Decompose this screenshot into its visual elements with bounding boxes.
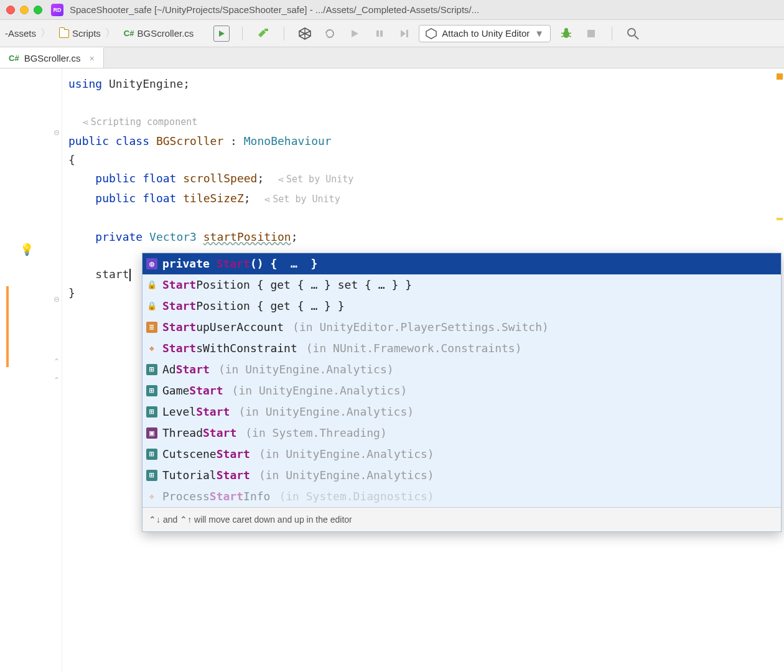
toolbar-right	[558, 26, 641, 42]
code-token: {	[68, 153, 75, 166]
divider	[242, 27, 243, 40]
code-token: ;	[291, 230, 298, 243]
completion-item[interactable]: 🔒StartPosition { get { … } set { … } }	[142, 274, 781, 296]
svg-rect-19	[587, 30, 595, 37]
code-area[interactable]: using UnityEngine; ⋖Scripting component …	[62, 68, 784, 672]
pause-icon[interactable]	[371, 26, 388, 42]
completion-item[interactable]: ⊞CutsceneStart(in UnityEngine.Analytics)	[142, 444, 781, 465]
code-token: }	[68, 286, 75, 299]
cls-icon: ⊞	[146, 449, 157, 460]
code-token: ;	[244, 192, 251, 205]
breadcrumb-item[interactable]: -Assets 〉	[2, 26, 54, 41]
completion-label: LevelStart	[162, 403, 230, 421]
completion-label: StartPosition { get { … } set { … } }	[162, 276, 412, 294]
breadcrumb-item[interactable]: Scripts 〉	[57, 26, 119, 41]
svg-marker-6	[326, 34, 328, 36]
completion-label: AdStart	[162, 361, 210, 378]
cls-icon: ⊞	[146, 470, 157, 481]
completion-item[interactable]: ⊞GameStart(in UnityEngine.Analytics)	[142, 380, 781, 401]
fold-end-icon[interactable]: ⌃	[54, 357, 60, 366]
completion-item[interactable]: ▣ThreadStart(in System.Threading)	[142, 422, 781, 444]
svg-marker-0	[219, 30, 225, 37]
fold-icon[interactable]: ⊖	[54, 295, 60, 304]
stop-icon[interactable]	[583, 26, 599, 42]
breadcrumb-item[interactable]: C# BGScroller.cs	[121, 27, 196, 40]
completion-hint: ⌃↓ and ⌃↑ will move caret down and up in…	[142, 507, 781, 531]
run-scratch-button[interactable]	[213, 26, 230, 42]
code-token: BGScroller	[156, 134, 223, 147]
tab-strip: C# BGScroller.cs ×	[0, 47, 784, 68]
play-icon[interactable]	[347, 26, 363, 42]
hammer-build-icon[interactable]	[255, 26, 271, 42]
tab-bgscroller[interactable]: C# BGScroller.cs ×	[0, 47, 104, 68]
unity-hint-icon: ⋖	[278, 175, 284, 184]
unity-hint-icon: ⋖	[82, 118, 89, 127]
svg-line-21	[635, 35, 638, 39]
orange-icon: ❖	[146, 343, 157, 354]
gutter[interactable]: 💡 ⊖ ⊖ ⌃ ⌃	[0, 68, 62, 672]
code-token: public class	[68, 134, 156, 147]
completion-item[interactable]: ❖StartsWithConstraint(in NUnit.Framework…	[142, 338, 781, 359]
inlay-hint: Set by Unity	[286, 174, 353, 185]
completion-location: (in UnityEngine.Analytics)	[218, 361, 394, 378]
search-icon[interactable]	[625, 26, 641, 42]
step-icon[interactable]	[396, 26, 413, 42]
completion-location: (in UnityEngine.Analytics)	[259, 446, 434, 463]
code-token: scrollSpeed	[183, 172, 257, 185]
error-stripe-mark[interactable]	[777, 218, 783, 220]
toolbar-actions	[213, 26, 413, 42]
svg-line-17	[561, 36, 564, 37]
unity-icon[interactable]	[297, 26, 313, 42]
titlebar: RD SpaceShooter_safe [~/UnityProjects/Sp…	[0, 0, 784, 20]
window-controls	[6, 6, 42, 14]
breadcrumb-label: BGScroller.cs	[137, 28, 194, 39]
completion-item[interactable]: ⊞LevelStart(in UnityEngine.Analytics)	[142, 401, 781, 422]
bug-debug-icon[interactable]	[558, 26, 574, 42]
completion-item[interactable]: ≡StartupUserAccount(in UnityEditor.Playe…	[142, 317, 781, 338]
completion-label: StartupUserAccount	[162, 319, 284, 336]
chevron-down-icon: ▼	[534, 28, 544, 39]
cls-icon: ⊞	[146, 406, 157, 418]
code-token: :	[223, 134, 244, 147]
svg-marker-12	[426, 28, 436, 38]
svg-marker-7	[352, 30, 358, 37]
run-config-label: Attach to Unity Editor	[442, 28, 530, 39]
completion-popup[interactable]: ◍private Start() { … }🔒StartPosition { g…	[142, 253, 782, 532]
run-config-selector[interactable]: Attach to Unity Editor ▼	[419, 25, 551, 42]
svg-line-16	[569, 33, 571, 34]
code-token: ;	[257, 172, 264, 185]
minimize-window-icon[interactable]	[20, 6, 29, 14]
completion-item[interactable]: ⊞TutorialStart(in UnityEngine.Analytics)	[142, 465, 781, 486]
intention-bulb-icon[interactable]: 💡	[20, 243, 34, 256]
refresh-icon[interactable]	[322, 26, 338, 42]
tab-label: BGScroller.cs	[24, 53, 81, 63]
completion-item[interactable]: 🔒StartPosition { get { … } }	[142, 296, 781, 317]
completion-item[interactable]: ⊞AdStart(in UnityEngine.Analytics)	[142, 359, 781, 380]
completion-item[interactable]: ◍private Start() { … }	[142, 253, 781, 274]
completion-label: StartsWithConstraint	[162, 340, 297, 357]
divider	[612, 27, 612, 40]
folder-icon	[59, 29, 69, 38]
close-icon[interactable]: ×	[89, 54, 94, 63]
svg-rect-9	[380, 30, 383, 37]
code-token: public float	[68, 192, 183, 205]
lock-icon: 🔒	[146, 279, 157, 291]
analysis-status-icon[interactable]	[777, 73, 783, 80]
del-icon: ▣	[146, 427, 157, 439]
cls-icon: ⊞	[146, 364, 157, 375]
zoom-window-icon[interactable]	[34, 6, 42, 14]
completion-location: (in System.Threading)	[245, 424, 387, 442]
enum-icon: ≡	[146, 322, 157, 333]
divider	[284, 27, 284, 40]
svg-point-20	[628, 29, 635, 36]
error-stripe[interactable]	[775, 68, 784, 672]
completion-label: private Start() { … }	[162, 255, 317, 273]
completion-label: ProcessStartInfo	[162, 488, 270, 505]
completion-item[interactable]: ❖ProcessStartInfo(in System.Diagnostics)	[142, 486, 781, 507]
fold-end-icon[interactable]: ⌃	[54, 376, 60, 385]
svg-rect-8	[376, 30, 379, 37]
fold-icon[interactable]: ⊖	[54, 128, 60, 137]
csharp-file-icon: C#	[124, 29, 134, 38]
code-token: start	[68, 268, 129, 281]
close-window-icon[interactable]	[6, 6, 15, 14]
